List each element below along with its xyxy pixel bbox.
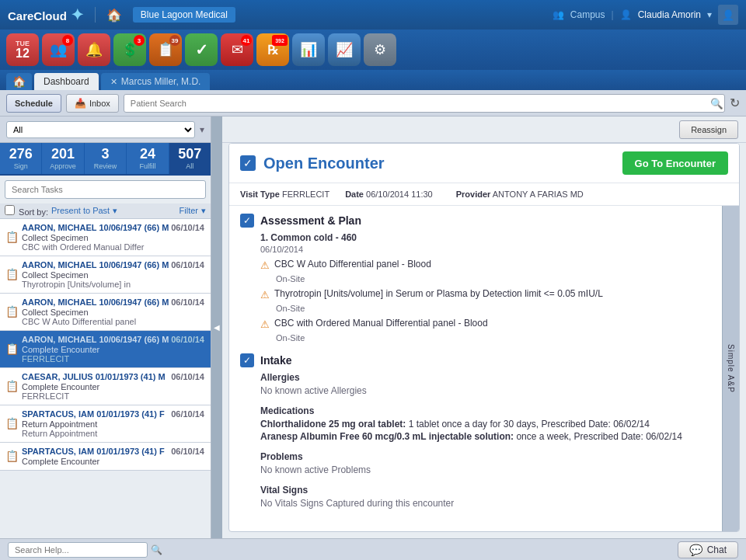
stat-fulfill[interactable]: 24 Fulfill [127, 143, 169, 174]
lab-location: On-Site [276, 274, 711, 283]
task-item[interactable]: 📋 SPARTACUS, IAM 01/01/1973 (41) F 06/10… [0, 443, 211, 471]
reassign-button[interactable]: Reassign [679, 120, 738, 139]
help-search-icon[interactable]: 🔍 [151, 544, 162, 555]
stat-review-label: Review [86, 162, 124, 170]
assessment-content: 1. Common cold - 460 06/10/2014 ⚠ CBC W … [260, 232, 711, 343]
toolbar-settings-icon[interactable]: ⚙ [364, 33, 396, 66]
patient-search-input[interactable] [124, 94, 725, 113]
task-subtype: FERRLECIT [22, 354, 204, 363]
lab-name: Thyrotropin [Units/volume] in Serum or P… [274, 288, 603, 299]
home-nav-icon[interactable]: 🏠 [106, 8, 122, 23]
simple-ap-tab[interactable]: Simple A&P [722, 206, 739, 531]
medications-title: Medications [260, 405, 711, 416]
user-avatar[interactable]: 👤 [718, 5, 738, 25]
stat-sign-label: Sign [2, 162, 40, 170]
encounter-title-area: ✓ Open Encounter [240, 155, 385, 172]
patient-search-button[interactable]: 🔍 [710, 97, 723, 109]
visit-type-label: Visit Type [240, 190, 280, 199]
schedule-label: Schedule [15, 99, 53, 108]
filter-dropdown-icon[interactable]: ▾ [201, 206, 206, 216]
encounter-meta: Visit Type FERRLECIT Date 06/10/2014 11:… [229, 183, 739, 206]
task-item[interactable]: 📋 AARON, MICHAEL 10/06/1947 (66) M 06/10… [0, 294, 211, 331]
task-item[interactable]: 📋 AARON, MICHAEL 10/06/1947 (66) M 06/10… [0, 256, 211, 294]
go-to-encounter-button[interactable]: Go To Encounter [622, 151, 728, 175]
task-item[interactable]: 📋 AARON, MICHAEL 10/06/1947 (66) M 06/10… [0, 331, 211, 368]
problems-title: Problems [260, 451, 711, 462]
med2-text: once a week, Prescribed Date: 06/02/14 [514, 431, 682, 442]
sort-value[interactable]: Present to Past [51, 206, 110, 215]
task-icon-clipboard: 📋 [5, 343, 19, 355]
sort-filter-bar: Sort by: Present to Past ▾ Filter ▾ [0, 203, 211, 219]
intake-title: Intake [260, 354, 291, 367]
filter-button[interactable]: Filter [180, 206, 198, 215]
filter-select[interactable]: All [6, 121, 195, 138]
select-all-checkbox[interactable] [5, 205, 15, 215]
user-area: 👥 Campus | 👤 Claudia Amorin ▾ 👤 [553, 5, 738, 25]
tab-patient[interactable]: ✕ Marcus Miller, M.D. [101, 73, 211, 90]
toolbar-analytics-icon[interactable]: 📈 [328, 33, 361, 66]
filter-bar: All ▾ [0, 117, 211, 143]
stat-approve[interactable]: 201 Approve [42, 143, 84, 174]
tab-home[interactable]: 🏠 [6, 73, 32, 90]
task-list: 📋 AARON, MICHAEL 10/06/1947 (66) M 06/10… [0, 219, 211, 538]
warning-icon: ⚠ [260, 289, 270, 301]
panel-collapse-button[interactable]: ◀ [211, 117, 222, 538]
toolbar-calendar-icon[interactable]: TUE 12 [6, 33, 39, 66]
toolbar-check-icon[interactable]: ✓ [185, 33, 218, 66]
chat-button[interactable]: 💬 Chat [678, 541, 738, 558]
stat-all[interactable]: 507 All [169, 143, 211, 174]
toolbar-mail-icon[interactable]: ✉ 41 [221, 33, 253, 66]
stat-review[interactable]: 3 Review [85, 143, 127, 174]
toolbar-patients-icon[interactable]: 👥 8 [42, 33, 75, 66]
med1-bold: Chlorthalidone 25 mg oral tablet: [260, 419, 406, 430]
main-layout: All ▾ 276 Sign 201 Approve 3 Review 24 F… [0, 117, 746, 538]
bottom-bar: 🔍 💬 Chat [0, 538, 746, 560]
task-icon-clipboard: 📋 [5, 305, 19, 318]
encounter-content-wrapper: ✓ Assessment & Plan 1. Common cold - 460… [229, 206, 739, 531]
reassign-bar: Reassign [222, 117, 746, 143]
task-subtype: FERRLECIT [22, 391, 204, 401]
schedule-button[interactable]: Schedule [6, 94, 61, 113]
search-help-input[interactable] [8, 542, 148, 558]
sort-dropdown-icon[interactable]: ▾ [113, 206, 117, 216]
task-item[interactable]: 📋 SPARTACUS, IAM 01/01/1973 (41) F 06/10… [0, 405, 211, 443]
stat-approve-label: Approve [44, 162, 82, 170]
toolbar-rx-icon[interactable]: ℞ 392 [256, 33, 289, 66]
task-type: Complete Encounter [22, 382, 204, 391]
toolbar-reports-icon[interactable]: 📊 [292, 33, 325, 66]
intake-checkbox[interactable]: ✓ [240, 353, 254, 367]
assessment-checkbox[interactable]: ✓ [240, 214, 254, 228]
encounter-panel: ✓ Open Encounter Go To Encounter Visit T… [228, 143, 740, 532]
tab-patient-label: Marcus Miller, M.D. [121, 76, 201, 87]
stat-sign[interactable]: 276 Sign [0, 143, 42, 174]
stat-fulfill-num: 24 [128, 147, 166, 162]
home-tab-icon: 🏠 [12, 75, 26, 88]
lab-item: ⚠ CBC W Auto Differential panel - Blood [260, 259, 711, 271]
task-patient-name: AARON, MICHAEL 10/06/1947 (66) M 06/10/1… [22, 260, 204, 270]
date-value: 06/10/2014 11:30 [366, 190, 433, 199]
task-icon-clipboard: 📋 [5, 450, 19, 462]
toolbar-billing-icon[interactable]: 💲 3 [113, 33, 146, 66]
task-type: Collect Specimen [22, 308, 204, 317]
tab-bar: 🏠 Dashboard ✕ Marcus Miller, M.D. [0, 70, 746, 90]
user-dropdown-icon[interactable]: ▾ [707, 9, 712, 20]
search-tasks-input[interactable] [5, 180, 206, 199]
tab-dashboard[interactable]: Dashboard [34, 73, 99, 90]
refresh-button[interactable]: ↻ [730, 96, 740, 110]
tab-patient-icon: ✕ [110, 77, 117, 87]
lab-name: CBC W Auto Differential panel - Blood [274, 259, 431, 270]
chat-label: Chat [707, 544, 727, 555]
task-patient-name: AARON, MICHAEL 10/06/1947 (66) M 06/10/1… [22, 335, 204, 344]
user-name[interactable]: Claudia Amorin [638, 9, 701, 20]
toolbar-tasks-icon[interactable]: 📋 39 [149, 33, 182, 66]
encounter-checkbox[interactable]: ✓ [240, 155, 256, 171]
toolbar-alerts-icon[interactable]: 🔔 [78, 33, 110, 66]
inbox-button[interactable]: 📥 Inbox [66, 94, 119, 113]
icon-toolbar: TUE 12 👥 8 🔔 💲 3 📋 39 ✓ ✉ 41 ℞ 392 📊 📈 ⚙ [0, 30, 746, 70]
tab-dashboard-label: Dashboard [44, 76, 89, 87]
date-label: Date [345, 190, 364, 199]
task-item[interactable]: 📋 AARON, MICHAEL 10/06/1947 (66) M 06/10… [0, 219, 211, 256]
task-item[interactable]: 📋 CAESAR, JULIUS 01/01/1973 (41) M 06/10… [0, 368, 211, 405]
task-subtype: Thyrotropin [Units/volume] in [22, 280, 204, 289]
campus-link[interactable]: Campus [570, 9, 605, 20]
